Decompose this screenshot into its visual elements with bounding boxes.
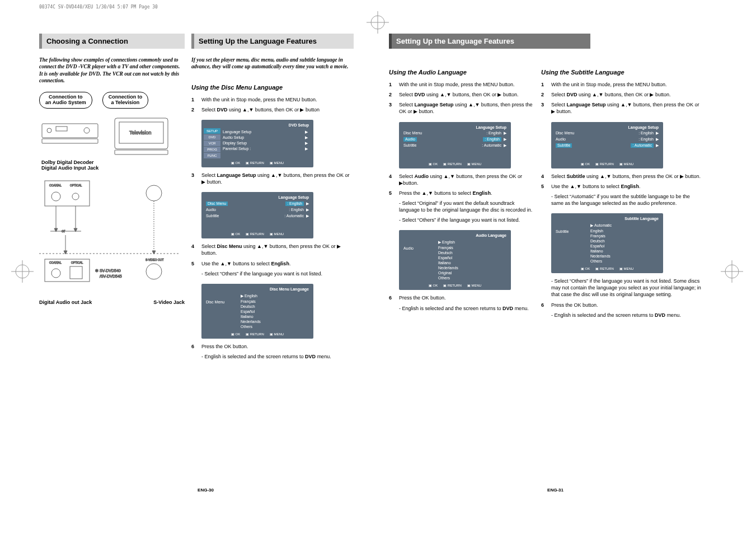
tv-label-text: Television [129, 130, 152, 135]
osd-item: Language Setup [223, 130, 251, 134]
svg-rect-36 [70, 266, 82, 279]
step-item: Press the OK button. [191, 343, 354, 350]
note-others: - Select “Others” if the language you wa… [551, 278, 703, 298]
steps-audio: With the unit in Stop mode, press the ME… [389, 81, 534, 119]
osd-disc-menu-lang: Disc Menu Language Disc Menu ▶English Fr… [201, 284, 313, 339]
osd-list-item: English [245, 294, 257, 298]
svg-point-10 [47, 128, 51, 133]
osd-menu-list: Language Setup▶ Audio Setup▶ Display Set… [220, 128, 311, 159]
osd-header: Language Setup [204, 194, 311, 200]
step-item: Press the OK button. [389, 294, 534, 301]
caption-decoder: Dolby Digital Decoder Digital Audio Inpu… [41, 160, 185, 171]
osd-language-setup: Language Setup Disc Menu: English▶ Audio… [201, 192, 313, 238]
svg-point-22 [146, 185, 162, 201]
osd-tabs: SETUP DVD VCR PROG FUNC [204, 128, 220, 159]
osd-item: Display Setup [223, 141, 247, 146]
osd-subtitle-langsetup: Language Setup Disc Menu: English▶ Audio… [551, 122, 663, 168]
step-subnote: - English is selected and the screen ret… [399, 305, 534, 312]
osd-item: Audio Setup [223, 135, 244, 140]
pill-line: Connection to [49, 94, 83, 100]
subhead-disc-menu-lang: Using the Disc Menu Language [191, 84, 354, 91]
pill-line: an Audio System [45, 100, 86, 105]
step-item: With the unit in Stop mode, press the ME… [389, 81, 534, 88]
step-item: Use the ▲,▼ buttons to select English. [191, 260, 354, 267]
osd-list-item: Nederlands [241, 319, 261, 324]
pill-television: Connection to a Television [102, 92, 149, 109]
step-item: Select Language Setup using ▲,▼ buttons,… [191, 172, 354, 185]
caption-digital-audio-out: Digital Audio out Jack [39, 299, 92, 305]
step-item: Select Language Setup using ▲,▼ buttons,… [541, 101, 703, 115]
osd-list-item: Italiano [241, 314, 261, 319]
osd-tab: PROG [204, 147, 220, 152]
osd-footer: OK RETURN MENU [204, 159, 311, 165]
step-item: Select DVD using ▲,▼ buttons, then OK or… [191, 106, 354, 113]
step-item: Select DVD using ▲,▼ buttons, then OK or… [389, 91, 534, 98]
step-item: Select Audio using ▲,▼ buttons, then pre… [389, 173, 534, 186]
pill-row: Connection to an Audio System Connection… [39, 92, 185, 109]
intro-text-2: If you set the player menu, disc menu, a… [191, 57, 354, 71]
osd-tab: SETUP [204, 128, 220, 134]
svg-rect-11 [56, 127, 67, 131]
intro-text: The following show examples of connectio… [39, 57, 185, 84]
osd-audio-lang-list: Audio Language Audio ▶English Français D… [399, 230, 511, 290]
osd-header: Disc Menu Language [204, 286, 311, 292]
svg-text:OPTICAL: OPTICAL [70, 184, 82, 187]
osd-subtitle-lang-list: Subtitle Language Subtitle ▶Automatic En… [551, 213, 663, 273]
osd-list-item: Español [241, 309, 261, 314]
svg-point-35 [51, 269, 60, 278]
osd-foot-btn: OK [231, 332, 240, 336]
connection-diagram: COAXIAL OPTICAL or COAXIAL O [39, 175, 179, 293]
osd-row: Subtitle: Automatic▶ [204, 213, 311, 219]
step-subnote: - English is selected and the screen ret… [551, 312, 703, 318]
osd-header: DVD Setup [204, 122, 311, 128]
step-item: Press the OK button. [541, 302, 703, 308]
svg-rect-13 [42, 139, 98, 143]
page-left: Choosing a Connection The following show… [39, 34, 372, 493]
osd-audio-langsetup: Language Setup Disc Menu: English▶ Audio… [399, 122, 511, 168]
osd-label: Disc Menu [204, 292, 237, 330]
osd-list-item: Français [241, 299, 261, 304]
steps-3: Select Language Setup using ▲,▼ buttons,… [191, 172, 354, 189]
steps-4-5: Select Disc Menu using ▲,▼ buttons, then… [191, 243, 354, 270]
step-item: Use the ▲,▼ buttons to select English. [541, 183, 703, 190]
osd-foot-btn: MENU [270, 332, 284, 336]
doc-header: 00374C SV-DVD440/XEU 1/30/04 5:07 PM Pag… [39, 4, 158, 10]
step-subnote: - Select “Others” if the language you wa… [399, 217, 534, 223]
osd-foot-btn: MENU [270, 232, 284, 236]
svg-text:COAXIAL: COAXIAL [49, 184, 62, 187]
step-item: Press the ▲,▼ buttons to select English. [389, 190, 534, 196]
osd-foot-btn: MENU [270, 161, 284, 165]
osd-row: Audio: English▶ [204, 207, 311, 213]
pill-audio-system: Connection to an Audio System [39, 92, 92, 109]
osd-foot-btn: RETURN [246, 232, 264, 236]
svg-text:OPTICAL: OPTICAL [71, 261, 83, 264]
osd-language-list: ▶English Français Deutsch Español Italia… [237, 292, 264, 330]
svg-point-12 [84, 128, 90, 133]
registration-mark-top [367, 11, 389, 34]
osd-header: Language Setup [401, 124, 509, 130]
registration-mark-left [11, 260, 34, 283]
right-col-1: Using the Audio Language With the unit i… [389, 63, 534, 322]
steps-disc-menu: With the unit in Stop mode, press the ME… [191, 96, 354, 116]
page-number-left: ENG-30 [39, 488, 372, 493]
page-number-right: ENG-31 [389, 488, 722, 493]
subhead-subtitle-lang: Using the Subtitle Language [541, 69, 703, 76]
caption-line: Dolby Digital Decoder [41, 160, 94, 165]
left-col-2: Setting Up the Language Features If you … [191, 34, 354, 493]
svg-text:✱ SV-DVD540: ✱ SV-DVD540 [95, 269, 121, 273]
tv-figure: Television [109, 115, 173, 157]
osd-tab: DVD [204, 134, 220, 140]
svg-text:S-VIDEO OUT: S-VIDEO OUT [145, 258, 164, 261]
step-item: With the unit in Stop mode, press the ME… [541, 81, 703, 88]
step-subnote: - English is selected and the screen ret… [201, 353, 354, 360]
osd-foot-btn: OK [231, 161, 240, 165]
svg-text:COAXIAL: COAXIAL [49, 261, 62, 264]
step-item: Select DVD using ▲,▼ buttons, then OK or… [541, 91, 703, 98]
steps-6: Press the OK button. [191, 343, 354, 353]
step-subnote: - Select “Automatic” if you want the sub… [551, 193, 703, 207]
step-item: Select Subtitle using ▲,▼ buttons, then … [541, 173, 703, 180]
step-subnote: - Select “Others” if the language you wa… [201, 270, 354, 277]
right-col-2: Using the Subtitle Language With the uni… [541, 63, 703, 322]
osd-footer: OK RETURN MENU [204, 330, 311, 336]
left-col-1: Choosing a Connection The following show… [39, 34, 185, 493]
